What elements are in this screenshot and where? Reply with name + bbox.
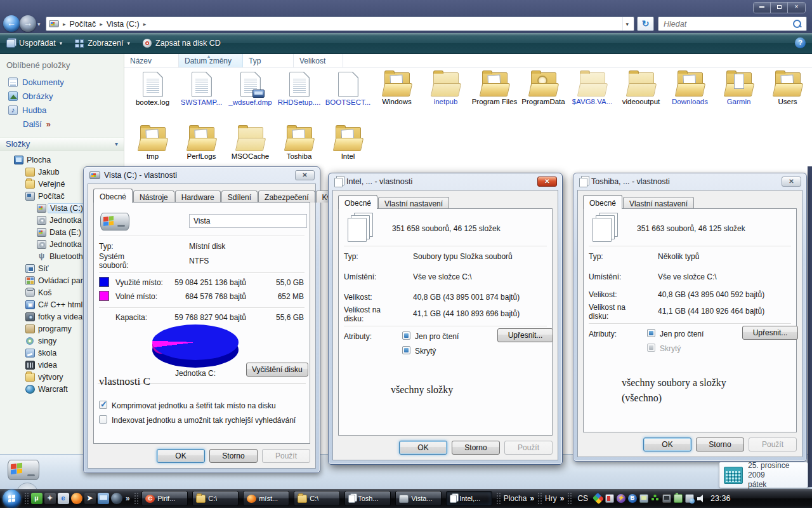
tab-general[interactable]: Obecné xyxy=(338,195,377,209)
address-dropdown-icon[interactable]: ▾ xyxy=(622,17,631,30)
updater-tray-icon[interactable] xyxy=(605,494,614,503)
folder-msocache[interactable]: MSOCache xyxy=(226,124,275,161)
language-indicator[interactable]: CS xyxy=(577,494,588,503)
favorite-pictures[interactable]: Obrázky xyxy=(0,89,124,103)
breadcrumb-segment-drive[interactable]: Vista (C:) xyxy=(107,20,140,29)
ok-button[interactable]: OK xyxy=(643,438,691,451)
search-input[interactable] xyxy=(658,20,791,29)
column-name[interactable]: Název xyxy=(124,54,179,67)
folder-toshiba[interactable]: Toshiba xyxy=(275,124,324,161)
volume-tray-icon[interactable] xyxy=(697,494,705,503)
apply-button[interactable]: Použít xyxy=(262,449,310,463)
folder-tmp[interactable]: tmp xyxy=(128,124,177,161)
file-wdsuef[interactable]: _wdsuef.dmp xyxy=(226,70,275,107)
readonly-checkbox[interactable] xyxy=(402,331,410,340)
favorite-music[interactable]: ♪Hudba xyxy=(0,103,124,117)
help-icon[interactable]: ? xyxy=(795,37,806,48)
tab-customize[interactable]: Vlastní nastavení xyxy=(378,197,449,209)
utorrent-icon[interactable]: µ xyxy=(31,493,43,504)
tab-sharing[interactable]: Sdílení xyxy=(221,190,258,203)
desktop-band[interactable]: Plocha» xyxy=(504,494,534,503)
browser-sphere-icon[interactable] xyxy=(111,493,122,504)
views-button[interactable]: Zobrazení▾ xyxy=(69,36,136,51)
dialog-titlebar[interactable]: Toshiba, ... - vlastnosti xyxy=(579,173,778,190)
compress-checkbox[interactable] xyxy=(99,401,107,409)
tab-general[interactable]: Obecné xyxy=(93,189,133,203)
restore-button[interactable] xyxy=(771,3,788,13)
band-chevron-icon[interactable]: » xyxy=(560,494,565,503)
folder-users[interactable]: Users xyxy=(763,70,812,106)
burn-button[interactable]: Zapsat na disk CD xyxy=(136,36,227,51)
media-player-icon[interactable]: ➤ xyxy=(84,493,96,504)
band-chevron-icon[interactable]: » xyxy=(530,494,534,503)
cancel-button[interactable]: Storno xyxy=(452,441,500,455)
column-type[interactable]: Typ xyxy=(243,54,294,67)
network-activity-tray-icon[interactable] xyxy=(651,494,660,503)
folder-programdata[interactable]: ProgramData xyxy=(519,70,568,106)
bluetooth-tray-icon[interactable]: B xyxy=(628,494,637,503)
messenger-icon[interactable]: ✦ xyxy=(44,493,56,504)
folder-inetpub[interactable]: inetpub xyxy=(421,70,470,106)
task-button-piriform[interactable]: CPirif... xyxy=(141,491,188,506)
hidden-checkbox[interactable] xyxy=(647,344,655,352)
refresh-button[interactable]: ↻ xyxy=(637,17,654,31)
avg-tray-icon[interactable] xyxy=(593,493,604,504)
search-box[interactable] xyxy=(658,17,807,31)
tab-security[interactable]: Zabezpečení xyxy=(258,190,315,203)
firefox-icon[interactable] xyxy=(71,493,82,504)
folder-intel[interactable]: Intel xyxy=(324,124,372,161)
task-button-vista-props[interactable]: Vista... xyxy=(395,491,442,506)
volume-label-input[interactable] xyxy=(189,214,307,228)
column-date-modified[interactable]: ▴Datum změny xyxy=(179,54,243,67)
network-tray-icon[interactable] xyxy=(685,494,694,503)
tab-customize[interactable]: Vlastní nastavení xyxy=(623,197,694,209)
file-swstamp[interactable]: SWSTAMP... xyxy=(177,70,226,107)
folder-garmin[interactable]: Garmin xyxy=(714,70,763,106)
dialog-titlebar[interactable]: Vista (C:) - vlastnosti xyxy=(89,167,292,184)
show-desktop-icon[interactable] xyxy=(98,493,109,504)
dialog-close-button[interactable]: ✕ xyxy=(782,177,801,187)
internet-explorer-icon[interactable]: e xyxy=(58,493,69,504)
dialog-close-button[interactable]: ✕ xyxy=(537,177,557,187)
games-band[interactable]: Hry» xyxy=(545,494,564,503)
minimize-button[interactable] xyxy=(754,3,771,13)
folder-videooutput[interactable]: videooutput xyxy=(617,70,665,106)
folder-windows[interactable]: Windows xyxy=(372,70,421,106)
close-button[interactable]: × xyxy=(788,3,805,13)
winamp-agent-tray-icon[interactable]: ⚡ xyxy=(617,494,625,503)
toolbar-grip[interactable] xyxy=(134,492,138,505)
file-rhdsetup[interactable]: RHDSetup.... xyxy=(275,70,324,107)
dialog-titlebar[interactable]: Intel, ... - vlastnosti xyxy=(334,173,534,190)
address-bar[interactable]: ▸ Počítač ▸ Vista (C:) ▸ ▾ xyxy=(46,17,634,31)
taskbar-clock[interactable]: 23:36 xyxy=(710,494,730,503)
tree-item-desktop[interactable]: Plocha xyxy=(0,154,124,166)
task-button-firefox[interactable]: míst... xyxy=(243,491,289,506)
folders-band[interactable]: Složky▾ xyxy=(0,137,124,150)
task-button-explorer-c1[interactable]: C:\ xyxy=(192,491,239,506)
ok-button[interactable]: OK xyxy=(157,449,205,463)
task-button-toshiba-props[interactable]: Tosh... xyxy=(344,491,391,506)
apply-button[interactable]: Použít xyxy=(749,438,797,451)
toolbar-grip[interactable] xyxy=(537,492,542,505)
folder-downloads[interactable]: Downloads xyxy=(665,70,714,106)
back-button[interactable]: ← xyxy=(3,15,20,32)
organize-button[interactable]: Uspořádat▾ xyxy=(0,36,69,51)
history-dropdown-icon[interactable]: ▾ xyxy=(37,21,41,27)
advanced-button[interactable]: Upřesnit... xyxy=(742,326,798,340)
quicklaunch-overflow-chevron[interactable]: » xyxy=(126,494,130,503)
tab-hardware[interactable]: Hardware xyxy=(175,190,221,203)
task-button-explorer-c2[interactable]: C:\ xyxy=(294,491,340,506)
folder-perflogs[interactable]: PerfLogs xyxy=(177,124,226,161)
tab-general[interactable]: Obecné xyxy=(583,195,622,209)
advanced-button[interactable]: Upřesnit... xyxy=(497,328,553,342)
battery-tray-icon[interactable] xyxy=(674,494,683,503)
breadcrumb-segment-computer[interactable]: Počítač xyxy=(70,20,96,29)
index-checkbox[interactable] xyxy=(99,415,107,424)
file-bootex[interactable]: bootex.log xyxy=(128,70,177,107)
favorites-more[interactable]: Další» xyxy=(0,117,124,131)
task-button-intel-props[interactable]: Intel,... xyxy=(446,491,492,506)
sync-tray-icon[interactable] xyxy=(639,494,648,503)
toolbar-grip[interactable] xyxy=(567,492,572,505)
folder-program-files[interactable]: Program Files xyxy=(470,70,519,106)
tab-tools[interactable]: Nástroje xyxy=(133,190,174,203)
